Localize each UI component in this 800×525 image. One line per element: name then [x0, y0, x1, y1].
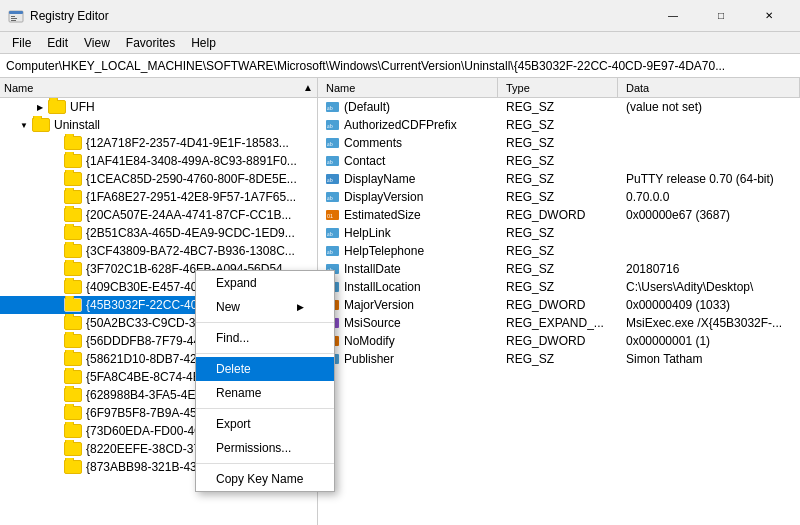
reg-sz-icon: ab	[326, 120, 340, 130]
ctx-delete[interactable]: Delete	[196, 357, 334, 381]
reg-name: ab InstallDate	[318, 262, 498, 276]
reg-data: 0x00000001 (1)	[618, 334, 800, 348]
reg-sz-icon: ab	[326, 174, 340, 184]
ctx-rename[interactable]: Rename	[196, 381, 334, 405]
ctx-permissions[interactable]: Permissions...	[196, 436, 334, 460]
table-row[interactable]: ab HelpTelephone REG_SZ	[318, 242, 800, 260]
table-row[interactable]: ab Contact REG_SZ	[318, 152, 800, 170]
menu-view[interactable]: View	[76, 34, 118, 52]
ctx-separator-2	[196, 353, 334, 354]
title-bar: Registry Editor — □ ✕	[0, 0, 800, 32]
reg-data: 0.70.0.0	[618, 190, 800, 204]
folder-icon	[32, 118, 50, 132]
reg-name: ab (Default)	[318, 100, 498, 114]
ctx-find-label: Find...	[216, 331, 249, 345]
ctx-expand-label: Expand	[216, 276, 257, 290]
menu-help[interactable]: Help	[183, 34, 224, 52]
table-row[interactable]: ab DisplayVersion REG_SZ 0.70.0.0	[318, 188, 800, 206]
col-header-name: Name	[318, 78, 498, 97]
ctx-find[interactable]: Find...	[196, 326, 334, 350]
reg-data: C:\Users\Adity\Desktop\	[618, 280, 800, 294]
folder-icon	[64, 208, 82, 222]
table-row[interactable]: ab InstallDate REG_SZ 20180716	[318, 260, 800, 278]
table-row[interactable]: ab Comments REG_SZ	[318, 134, 800, 152]
list-item[interactable]: {12A718F2-2357-4D41-9E1F-18583...	[0, 134, 317, 152]
folder-icon	[48, 100, 66, 114]
ctx-expand[interactable]: Expand	[196, 271, 334, 295]
tree-item-uninstall[interactable]: ▼ Uninstall	[0, 116, 317, 134]
reg-data: 0x00000409 (1033)	[618, 298, 800, 312]
context-menu: Expand New ▶ Find... Delete Rename Expor…	[195, 270, 335, 492]
reg-name: ab Publisher	[318, 352, 498, 366]
folder-icon	[64, 406, 82, 420]
list-item[interactable]: {1AF41E84-3408-499A-8C93-8891F0...	[0, 152, 317, 170]
maximize-button[interactable]: □	[698, 1, 744, 31]
tree-label: {20CA507E-24AA-4741-87CF-CC1B...	[86, 208, 291, 222]
folder-icon	[64, 442, 82, 456]
reg-name: ab DisplayVersion	[318, 190, 498, 204]
folder-icon	[64, 352, 82, 366]
tree-header-label: Name	[4, 82, 33, 94]
menu-favorites[interactable]: Favorites	[118, 34, 183, 52]
menu-file[interactable]: File	[4, 34, 39, 52]
reg-name: ab HelpLink	[318, 226, 498, 240]
expand-arrow: ▶	[32, 103, 48, 112]
menu-edit[interactable]: Edit	[39, 34, 76, 52]
reg-name: ab AuthorizedCDFPrefix	[318, 118, 498, 132]
tree-item-ufh[interactable]: ▶ UFH	[0, 98, 317, 116]
reg-name: ab DisplayName	[318, 172, 498, 186]
folder-icon	[64, 262, 82, 276]
svg-rect-2	[11, 16, 15, 17]
folder-icon	[64, 316, 82, 330]
folder-icon	[64, 172, 82, 186]
reg-data: Simon Tatham	[618, 352, 800, 366]
folder-icon	[64, 334, 82, 348]
svg-text:ab: ab	[327, 105, 333, 111]
reg-name: ab MsiSource	[318, 316, 498, 330]
list-item[interactable]: {2B51C83A-465D-4EA9-9CDC-1ED9...	[0, 224, 317, 242]
table-row[interactable]: 01 MajorVersion REG_DWORD 0x00000409 (10…	[318, 296, 800, 314]
ctx-permissions-label: Permissions...	[216, 441, 291, 455]
list-item[interactable]: {1CEAC85D-2590-4760-800F-8DE5E...	[0, 170, 317, 188]
window-controls: — □ ✕	[650, 1, 792, 31]
table-row[interactable]: ab AuthorizedCDFPrefix REG_SZ	[318, 116, 800, 134]
registry-rows[interactable]: ab (Default) REG_SZ (value not set) ab A…	[318, 98, 800, 525]
reg-data: PuTTY release 0.70 (64-bit)	[618, 172, 800, 186]
ctx-export[interactable]: Export	[196, 412, 334, 436]
minimize-button[interactable]: —	[650, 1, 696, 31]
table-row[interactable]: ab HelpLink REG_SZ	[318, 224, 800, 242]
table-row[interactable]: ab InstallLocation REG_SZ C:\Users\Adity…	[318, 278, 800, 296]
reg-name: ab HelpTelephone	[318, 244, 498, 258]
table-row[interactable]: 01 EstimatedSize REG_DWORD 0x00000e67 (3…	[318, 206, 800, 224]
main-content: Name ▲ ▶ UFH ▼ Uninstall {12A718F2-2357-…	[0, 78, 800, 525]
svg-text:01: 01	[327, 213, 333, 219]
address-text: Computer\HKEY_LOCAL_MACHINE\SOFTWARE\Mic…	[6, 59, 725, 73]
right-pane-header: Name Type Data	[318, 78, 800, 98]
table-row[interactable]: ab MsiSource REG_EXPAND_... MsiExec.exe …	[318, 314, 800, 332]
reg-type: REG_DWORD	[498, 298, 618, 312]
app-icon	[8, 8, 24, 24]
close-button[interactable]: ✕	[746, 1, 792, 31]
reg-sz-icon: ab	[326, 138, 340, 148]
list-item[interactable]: {1FA68E27-2951-42E8-9F57-1A7F65...	[0, 188, 317, 206]
tree-label: Uninstall	[54, 118, 100, 132]
folder-icon	[64, 424, 82, 438]
list-item[interactable]: {20CA507E-24AA-4741-87CF-CC1B...	[0, 206, 317, 224]
reg-type: REG_SZ	[498, 172, 618, 186]
tree-label: {2B51C83A-465D-4EA9-9CDC-1ED9...	[86, 226, 295, 240]
tree-collapse-btn[interactable]: ▲	[303, 82, 313, 93]
svg-text:ab: ab	[327, 249, 333, 255]
table-row[interactable]: 01 NoModify REG_DWORD 0x00000001 (1)	[318, 332, 800, 350]
reg-type: REG_SZ	[498, 352, 618, 366]
list-item[interactable]: {3CF43809-BA72-4BC7-B936-1308C...	[0, 242, 317, 260]
ctx-copy-key-name[interactable]: Copy Key Name	[196, 467, 334, 491]
table-row[interactable]: ab DisplayName REG_SZ PuTTY release 0.70…	[318, 170, 800, 188]
reg-type: REG_SZ	[498, 136, 618, 150]
ctx-new[interactable]: New ▶	[196, 295, 334, 319]
svg-text:ab: ab	[327, 177, 333, 183]
table-row[interactable]: ab (Default) REG_SZ (value not set)	[318, 98, 800, 116]
col-header-type: Type	[498, 78, 618, 97]
folder-icon	[64, 244, 82, 258]
table-row[interactable]: ab Publisher REG_SZ Simon Tatham	[318, 350, 800, 368]
right-pane: Name Type Data ab (Default) REG_SZ (valu…	[318, 78, 800, 525]
